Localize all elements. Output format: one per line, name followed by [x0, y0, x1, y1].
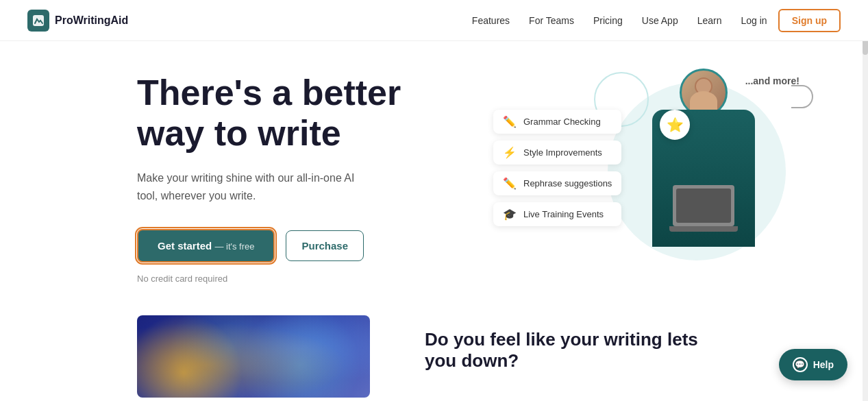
- star-badge: ⭐: [660, 110, 690, 140]
- hero-section: There's a better way to write Make your …: [0, 41, 868, 302]
- help-button[interactable]: 💬 Help: [779, 349, 847, 380]
- feature-tags: ✏️ Grammar Checking ⚡ Style Improvements…: [493, 110, 621, 226]
- help-icon: 💬: [793, 357, 808, 372]
- hero-right: ⭐ ...and more! ✏️ Grammar Checking ⚡ Sty…: [493, 69, 841, 288]
- feature-tag-grammar: ✏️ Grammar Checking: [493, 110, 621, 134]
- laptop-prop: [673, 185, 734, 226]
- feature-tag-rephrase: ✏️ Rephrase suggestions: [493, 171, 621, 195]
- nav-auth: Log in Sign up: [741, 9, 841, 32]
- bottom-question: Do you feel like your writing lets you d…: [425, 329, 699, 372]
- grammar-icon: ✏️: [503, 115, 517, 128]
- no-credit-card-text: No credit card required: [137, 274, 480, 284]
- nav-links: Features For Teams Pricing Use App Learn: [472, 14, 722, 27]
- nav-pricing[interactable]: Pricing: [593, 15, 623, 26]
- logo-text: ProWritingAid: [55, 14, 128, 27]
- logo-link[interactable]: ProWritingAid: [27, 10, 128, 32]
- nav-teams[interactable]: For Teams: [529, 15, 574, 26]
- feature-tag-training: 🎓 Live Training Events: [493, 202, 621, 226]
- login-link[interactable]: Log in: [741, 15, 767, 26]
- bottom-text: Do you feel like your writing lets you d…: [425, 315, 699, 372]
- person-illustration: [635, 69, 772, 274]
- rephrase-icon: ✏️: [503, 177, 517, 190]
- hero-title: There's a better way to write: [137, 73, 480, 155]
- feature-tag-style: ⚡ Style Improvements: [493, 141, 621, 165]
- style-icon: ⚡: [503, 146, 517, 159]
- navbar: ProWritingAid Features For Teams Pricing…: [0, 0, 868, 41]
- logo-icon: [27, 10, 49, 32]
- swirl-decoration: [137, 315, 370, 398]
- hero-left: There's a better way to write Make your …: [137, 73, 480, 284]
- hero-cta: Get started — it's free Purchase: [137, 229, 480, 263]
- nav-use-app[interactable]: Use App: [642, 15, 678, 26]
- scrollbar[interactable]: [863, 0, 868, 401]
- nav-features[interactable]: Features: [472, 15, 510, 26]
- hero-subtitle: Make your writing shine with our all-in-…: [137, 169, 370, 204]
- purchase-button[interactable]: Purchase: [286, 230, 364, 261]
- and-more-label: ...and more!: [745, 75, 799, 86]
- signup-button[interactable]: Sign up: [778, 9, 841, 32]
- nav-learn[interactable]: Learn: [697, 15, 722, 26]
- training-icon: 🎓: [503, 208, 517, 221]
- bottom-section: Do you feel like your writing lets you d…: [0, 302, 868, 398]
- get-started-button[interactable]: Get started — it's free: [137, 229, 275, 263]
- bottom-image: [137, 315, 370, 398]
